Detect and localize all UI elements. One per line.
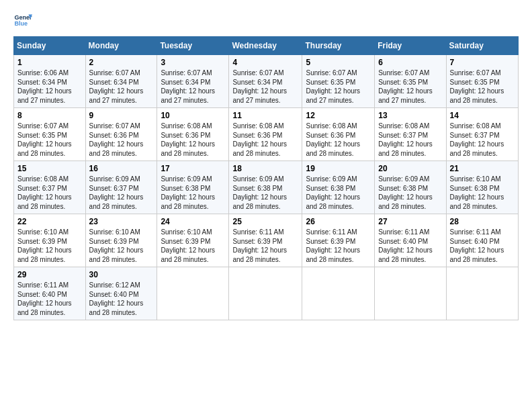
calendar-cell: 14Sunrise: 6:08 AM Sunset: 6:37 PM Dayli… xyxy=(446,108,518,161)
day-number: 5 xyxy=(306,58,371,67)
calendar-cell: 29Sunrise: 6:11 AM Sunset: 6:40 PM Dayli… xyxy=(14,267,86,320)
calendar-cell: 9Sunrise: 6:07 AM Sunset: 6:36 PM Daylig… xyxy=(85,108,157,161)
svg-text:Blue: Blue xyxy=(14,20,28,27)
day-number: 17 xyxy=(161,164,225,173)
cell-info: Sunrise: 6:09 AM Sunset: 6:38 PM Dayligh… xyxy=(306,175,360,210)
day-number: 24 xyxy=(161,217,225,226)
day-number: 2 xyxy=(89,58,154,67)
calendar-table: SundayMondayTuesdayWednesdayThursdayFrid… xyxy=(13,36,519,320)
day-number: 14 xyxy=(450,111,515,120)
calendar-cell: 22Sunrise: 6:10 AM Sunset: 6:39 PM Dayli… xyxy=(14,214,86,267)
calendar-cell: 1Sunrise: 6:06 AM Sunset: 6:34 PM Daylig… xyxy=(14,55,86,108)
day-number: 9 xyxy=(89,111,154,120)
week-row-5: 29Sunrise: 6:11 AM Sunset: 6:40 PM Dayli… xyxy=(14,267,519,320)
day-number: 27 xyxy=(378,217,442,226)
col-header-sunday: Sunday xyxy=(14,37,86,55)
cell-info: Sunrise: 6:11 AM Sunset: 6:40 PM Dayligh… xyxy=(17,281,72,316)
calendar-cell: 12Sunrise: 6:08 AM Sunset: 6:36 PM Dayli… xyxy=(302,108,375,161)
day-number: 12 xyxy=(306,111,371,120)
calendar-cell: 27Sunrise: 6:11 AM Sunset: 6:40 PM Dayli… xyxy=(375,214,446,267)
calendar-cell xyxy=(302,267,375,320)
calendar-cell: 4Sunrise: 6:07 AM Sunset: 6:34 PM Daylig… xyxy=(229,55,302,108)
cell-info: Sunrise: 6:07 AM Sunset: 6:34 PM Dayligh… xyxy=(161,69,215,104)
calendar-cell: 28Sunrise: 6:11 AM Sunset: 6:40 PM Dayli… xyxy=(446,214,518,267)
calendar-cell: 10Sunrise: 6:08 AM Sunset: 6:36 PM Dayli… xyxy=(157,108,229,161)
cell-info: Sunrise: 6:10 AM Sunset: 6:39 PM Dayligh… xyxy=(17,228,72,263)
cell-info: Sunrise: 6:10 AM Sunset: 6:38 PM Dayligh… xyxy=(450,175,504,210)
day-number: 30 xyxy=(89,270,154,279)
cell-info: Sunrise: 6:08 AM Sunset: 6:36 PM Dayligh… xyxy=(161,122,215,157)
col-header-thursday: Thursday xyxy=(302,37,375,55)
calendar-cell: 2Sunrise: 6:07 AM Sunset: 6:34 PM Daylig… xyxy=(85,55,157,108)
cell-info: Sunrise: 6:09 AM Sunset: 6:37 PM Dayligh… xyxy=(89,175,144,210)
calendar-cell: 7Sunrise: 6:07 AM Sunset: 6:35 PM Daylig… xyxy=(446,55,518,108)
calendar-cell: 17Sunrise: 6:09 AM Sunset: 6:38 PM Dayli… xyxy=(157,161,229,214)
page: General Blue SundayMondayTuesdayWednesda… xyxy=(0,0,532,411)
day-number: 18 xyxy=(232,164,298,173)
calendar-cell: 20Sunrise: 6:09 AM Sunset: 6:38 PM Dayli… xyxy=(375,161,446,214)
week-row-1: 1Sunrise: 6:06 AM Sunset: 6:34 PM Daylig… xyxy=(14,55,519,108)
cell-info: Sunrise: 6:09 AM Sunset: 6:38 PM Dayligh… xyxy=(232,175,287,210)
cell-info: Sunrise: 6:09 AM Sunset: 6:38 PM Dayligh… xyxy=(378,175,433,210)
day-number: 6 xyxy=(378,58,442,67)
cell-info: Sunrise: 6:07 AM Sunset: 6:34 PM Dayligh… xyxy=(232,69,287,104)
day-number: 4 xyxy=(232,58,298,67)
calendar-cell: 6Sunrise: 6:07 AM Sunset: 6:35 PM Daylig… xyxy=(375,55,446,108)
calendar-cell: 21Sunrise: 6:10 AM Sunset: 6:38 PM Dayli… xyxy=(446,161,518,214)
cell-info: Sunrise: 6:08 AM Sunset: 6:36 PM Dayligh… xyxy=(232,122,287,157)
day-number: 22 xyxy=(17,217,82,226)
calendar-cell: 15Sunrise: 6:08 AM Sunset: 6:37 PM Dayli… xyxy=(14,161,86,214)
day-number: 7 xyxy=(450,58,515,67)
day-number: 10 xyxy=(161,111,225,120)
day-number: 11 xyxy=(232,111,298,120)
calendar-cell xyxy=(157,267,229,320)
calendar-cell: 8Sunrise: 6:07 AM Sunset: 6:35 PM Daylig… xyxy=(14,108,86,161)
cell-info: Sunrise: 6:08 AM Sunset: 6:37 PM Dayligh… xyxy=(17,175,72,210)
cell-info: Sunrise: 6:11 AM Sunset: 6:40 PM Dayligh… xyxy=(450,228,504,263)
calendar-cell: 5Sunrise: 6:07 AM Sunset: 6:35 PM Daylig… xyxy=(302,55,375,108)
calendar-cell: 18Sunrise: 6:09 AM Sunset: 6:38 PM Dayli… xyxy=(229,161,302,214)
cell-info: Sunrise: 6:07 AM Sunset: 6:35 PM Dayligh… xyxy=(450,69,504,104)
col-header-monday: Monday xyxy=(85,37,157,55)
day-number: 3 xyxy=(161,58,225,67)
calendar-cell xyxy=(446,267,518,320)
cell-info: Sunrise: 6:06 AM Sunset: 6:34 PM Dayligh… xyxy=(17,69,72,104)
header-row: SundayMondayTuesdayWednesdayThursdayFrid… xyxy=(14,37,519,55)
cell-info: Sunrise: 6:07 AM Sunset: 6:34 PM Dayligh… xyxy=(89,69,144,104)
week-row-4: 22Sunrise: 6:10 AM Sunset: 6:39 PM Dayli… xyxy=(14,214,519,267)
calendar-cell xyxy=(229,267,302,320)
cell-info: Sunrise: 6:07 AM Sunset: 6:35 PM Dayligh… xyxy=(378,69,433,104)
header: General Blue xyxy=(13,11,519,30)
calendar-cell: 30Sunrise: 6:12 AM Sunset: 6:40 PM Dayli… xyxy=(85,267,157,320)
calendar-cell: 11Sunrise: 6:08 AM Sunset: 6:36 PM Dayli… xyxy=(229,108,302,161)
day-number: 21 xyxy=(450,164,515,173)
cell-info: Sunrise: 6:11 AM Sunset: 6:39 PM Dayligh… xyxy=(232,228,287,263)
cell-info: Sunrise: 6:12 AM Sunset: 6:40 PM Dayligh… xyxy=(89,281,144,316)
col-header-saturday: Saturday xyxy=(446,37,518,55)
cell-info: Sunrise: 6:08 AM Sunset: 6:36 PM Dayligh… xyxy=(306,122,360,157)
day-number: 15 xyxy=(17,164,82,173)
week-row-3: 15Sunrise: 6:08 AM Sunset: 6:37 PM Dayli… xyxy=(14,161,519,214)
logo-icon: General Blue xyxy=(13,11,32,30)
day-number: 16 xyxy=(89,164,154,173)
day-number: 25 xyxy=(232,217,298,226)
cell-info: Sunrise: 6:09 AM Sunset: 6:38 PM Dayligh… xyxy=(161,175,215,210)
day-number: 20 xyxy=(378,164,442,173)
logo: General Blue xyxy=(13,11,32,30)
col-header-wednesday: Wednesday xyxy=(229,37,302,55)
cell-info: Sunrise: 6:08 AM Sunset: 6:37 PM Dayligh… xyxy=(378,122,433,157)
cell-info: Sunrise: 6:07 AM Sunset: 6:35 PM Dayligh… xyxy=(17,122,72,157)
day-number: 1 xyxy=(17,58,82,67)
cell-info: Sunrise: 6:08 AM Sunset: 6:37 PM Dayligh… xyxy=(450,122,504,157)
cell-info: Sunrise: 6:10 AM Sunset: 6:39 PM Dayligh… xyxy=(161,228,215,263)
day-number: 8 xyxy=(17,111,82,120)
cell-info: Sunrise: 6:10 AM Sunset: 6:39 PM Dayligh… xyxy=(89,228,144,263)
cell-info: Sunrise: 6:07 AM Sunset: 6:36 PM Dayligh… xyxy=(89,122,144,157)
calendar-cell: 24Sunrise: 6:10 AM Sunset: 6:39 PM Dayli… xyxy=(157,214,229,267)
calendar-cell: 13Sunrise: 6:08 AM Sunset: 6:37 PM Dayli… xyxy=(375,108,446,161)
day-number: 19 xyxy=(306,164,371,173)
calendar-cell: 3Sunrise: 6:07 AM Sunset: 6:34 PM Daylig… xyxy=(157,55,229,108)
cell-info: Sunrise: 6:11 AM Sunset: 6:39 PM Dayligh… xyxy=(306,228,360,263)
day-number: 28 xyxy=(450,217,515,226)
cell-info: Sunrise: 6:07 AM Sunset: 6:35 PM Dayligh… xyxy=(306,69,360,104)
